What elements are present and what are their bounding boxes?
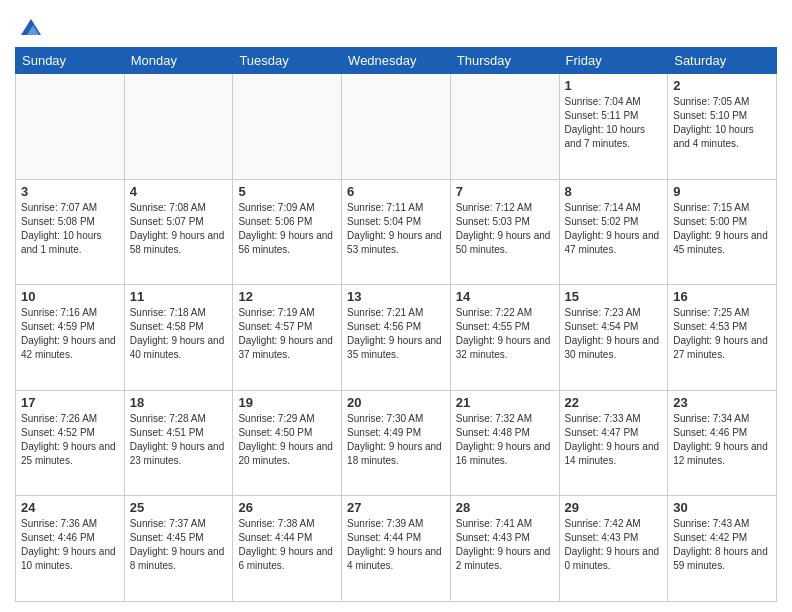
- calendar-cell: 9Sunrise: 7:15 AM Sunset: 5:00 PM Daylig…: [668, 179, 777, 285]
- calendar-cell: [450, 74, 559, 180]
- day-info: Sunrise: 7:09 AM Sunset: 5:06 PM Dayligh…: [238, 201, 336, 257]
- calendar-day-header: Saturday: [668, 48, 777, 74]
- day-number: 7: [456, 184, 554, 199]
- calendar-week-row: 10Sunrise: 7:16 AM Sunset: 4:59 PM Dayli…: [16, 285, 777, 391]
- day-info: Sunrise: 7:21 AM Sunset: 4:56 PM Dayligh…: [347, 306, 445, 362]
- day-info: Sunrise: 7:07 AM Sunset: 5:08 PM Dayligh…: [21, 201, 119, 257]
- calendar-cell: [16, 74, 125, 180]
- day-number: 8: [565, 184, 663, 199]
- calendar-cell: 23Sunrise: 7:34 AM Sunset: 4:46 PM Dayli…: [668, 390, 777, 496]
- page: SundayMondayTuesdayWednesdayThursdayFrid…: [0, 0, 792, 612]
- day-number: 14: [456, 289, 554, 304]
- day-info: Sunrise: 7:42 AM Sunset: 4:43 PM Dayligh…: [565, 517, 663, 573]
- calendar-cell: 11Sunrise: 7:18 AM Sunset: 4:58 PM Dayli…: [124, 285, 233, 391]
- day-number: 3: [21, 184, 119, 199]
- day-info: Sunrise: 7:19 AM Sunset: 4:57 PM Dayligh…: [238, 306, 336, 362]
- day-number: 24: [21, 500, 119, 515]
- day-number: 17: [21, 395, 119, 410]
- calendar-day-header: Thursday: [450, 48, 559, 74]
- calendar-cell: 28Sunrise: 7:41 AM Sunset: 4:43 PM Dayli…: [450, 496, 559, 602]
- calendar-cell: 6Sunrise: 7:11 AM Sunset: 5:04 PM Daylig…: [342, 179, 451, 285]
- day-info: Sunrise: 7:23 AM Sunset: 4:54 PM Dayligh…: [565, 306, 663, 362]
- day-number: 22: [565, 395, 663, 410]
- day-number: 11: [130, 289, 228, 304]
- calendar-cell: 22Sunrise: 7:33 AM Sunset: 4:47 PM Dayli…: [559, 390, 668, 496]
- day-number: 21: [456, 395, 554, 410]
- day-number: 26: [238, 500, 336, 515]
- calendar-day-header: Sunday: [16, 48, 125, 74]
- calendar-cell: 2Sunrise: 7:05 AM Sunset: 5:10 PM Daylig…: [668, 74, 777, 180]
- day-info: Sunrise: 7:12 AM Sunset: 5:03 PM Dayligh…: [456, 201, 554, 257]
- calendar-week-row: 3Sunrise: 7:07 AM Sunset: 5:08 PM Daylig…: [16, 179, 777, 285]
- day-info: Sunrise: 7:26 AM Sunset: 4:52 PM Dayligh…: [21, 412, 119, 468]
- calendar-cell: 3Sunrise: 7:07 AM Sunset: 5:08 PM Daylig…: [16, 179, 125, 285]
- day-number: 13: [347, 289, 445, 304]
- calendar-week-row: 1Sunrise: 7:04 AM Sunset: 5:11 PM Daylig…: [16, 74, 777, 180]
- day-number: 2: [673, 78, 771, 93]
- calendar-cell: 10Sunrise: 7:16 AM Sunset: 4:59 PM Dayli…: [16, 285, 125, 391]
- calendar-cell: [342, 74, 451, 180]
- day-info: Sunrise: 7:25 AM Sunset: 4:53 PM Dayligh…: [673, 306, 771, 362]
- day-number: 23: [673, 395, 771, 410]
- calendar-day-header: Monday: [124, 48, 233, 74]
- calendar-cell: 29Sunrise: 7:42 AM Sunset: 4:43 PM Dayli…: [559, 496, 668, 602]
- day-info: Sunrise: 7:04 AM Sunset: 5:11 PM Dayligh…: [565, 95, 663, 151]
- calendar-cell: 14Sunrise: 7:22 AM Sunset: 4:55 PM Dayli…: [450, 285, 559, 391]
- day-number: 18: [130, 395, 228, 410]
- calendar-cell: [233, 74, 342, 180]
- logo-icon: [19, 15, 43, 39]
- day-info: Sunrise: 7:36 AM Sunset: 4:46 PM Dayligh…: [21, 517, 119, 573]
- calendar-cell: 1Sunrise: 7:04 AM Sunset: 5:11 PM Daylig…: [559, 74, 668, 180]
- calendar-cell: 13Sunrise: 7:21 AM Sunset: 4:56 PM Dayli…: [342, 285, 451, 391]
- calendar-cell: 20Sunrise: 7:30 AM Sunset: 4:49 PM Dayli…: [342, 390, 451, 496]
- day-info: Sunrise: 7:28 AM Sunset: 4:51 PM Dayligh…: [130, 412, 228, 468]
- calendar-day-header: Wednesday: [342, 48, 451, 74]
- day-info: Sunrise: 7:11 AM Sunset: 5:04 PM Dayligh…: [347, 201, 445, 257]
- calendar-cell: 12Sunrise: 7:19 AM Sunset: 4:57 PM Dayli…: [233, 285, 342, 391]
- calendar-cell: 24Sunrise: 7:36 AM Sunset: 4:46 PM Dayli…: [16, 496, 125, 602]
- calendar-cell: 8Sunrise: 7:14 AM Sunset: 5:02 PM Daylig…: [559, 179, 668, 285]
- calendar-cell: [124, 74, 233, 180]
- calendar-cell: 16Sunrise: 7:25 AM Sunset: 4:53 PM Dayli…: [668, 285, 777, 391]
- day-info: Sunrise: 7:18 AM Sunset: 4:58 PM Dayligh…: [130, 306, 228, 362]
- calendar-cell: 25Sunrise: 7:37 AM Sunset: 4:45 PM Dayli…: [124, 496, 233, 602]
- day-number: 30: [673, 500, 771, 515]
- calendar-day-header: Tuesday: [233, 48, 342, 74]
- day-number: 6: [347, 184, 445, 199]
- day-info: Sunrise: 7:33 AM Sunset: 4:47 PM Dayligh…: [565, 412, 663, 468]
- day-number: 4: [130, 184, 228, 199]
- day-number: 19: [238, 395, 336, 410]
- day-info: Sunrise: 7:29 AM Sunset: 4:50 PM Dayligh…: [238, 412, 336, 468]
- calendar-cell: 27Sunrise: 7:39 AM Sunset: 4:44 PM Dayli…: [342, 496, 451, 602]
- day-info: Sunrise: 7:34 AM Sunset: 4:46 PM Dayligh…: [673, 412, 771, 468]
- logo: [15, 15, 43, 39]
- day-number: 12: [238, 289, 336, 304]
- day-number: 20: [347, 395, 445, 410]
- day-number: 27: [347, 500, 445, 515]
- day-info: Sunrise: 7:15 AM Sunset: 5:00 PM Dayligh…: [673, 201, 771, 257]
- day-number: 29: [565, 500, 663, 515]
- day-number: 25: [130, 500, 228, 515]
- calendar-cell: 5Sunrise: 7:09 AM Sunset: 5:06 PM Daylig…: [233, 179, 342, 285]
- day-info: Sunrise: 7:32 AM Sunset: 4:48 PM Dayligh…: [456, 412, 554, 468]
- calendar-cell: 19Sunrise: 7:29 AM Sunset: 4:50 PM Dayli…: [233, 390, 342, 496]
- day-number: 1: [565, 78, 663, 93]
- calendar-cell: 7Sunrise: 7:12 AM Sunset: 5:03 PM Daylig…: [450, 179, 559, 285]
- day-info: Sunrise: 7:22 AM Sunset: 4:55 PM Dayligh…: [456, 306, 554, 362]
- day-info: Sunrise: 7:43 AM Sunset: 4:42 PM Dayligh…: [673, 517, 771, 573]
- day-number: 28: [456, 500, 554, 515]
- calendar-cell: 4Sunrise: 7:08 AM Sunset: 5:07 PM Daylig…: [124, 179, 233, 285]
- calendar-cell: 26Sunrise: 7:38 AM Sunset: 4:44 PM Dayli…: [233, 496, 342, 602]
- day-info: Sunrise: 7:37 AM Sunset: 4:45 PM Dayligh…: [130, 517, 228, 573]
- day-number: 15: [565, 289, 663, 304]
- day-info: Sunrise: 7:08 AM Sunset: 5:07 PM Dayligh…: [130, 201, 228, 257]
- day-number: 16: [673, 289, 771, 304]
- calendar-week-row: 17Sunrise: 7:26 AM Sunset: 4:52 PM Dayli…: [16, 390, 777, 496]
- day-info: Sunrise: 7:39 AM Sunset: 4:44 PM Dayligh…: [347, 517, 445, 573]
- calendar-week-row: 24Sunrise: 7:36 AM Sunset: 4:46 PM Dayli…: [16, 496, 777, 602]
- day-info: Sunrise: 7:38 AM Sunset: 4:44 PM Dayligh…: [238, 517, 336, 573]
- day-number: 5: [238, 184, 336, 199]
- calendar-cell: 17Sunrise: 7:26 AM Sunset: 4:52 PM Dayli…: [16, 390, 125, 496]
- calendar-cell: 30Sunrise: 7:43 AM Sunset: 4:42 PM Dayli…: [668, 496, 777, 602]
- calendar-cell: 21Sunrise: 7:32 AM Sunset: 4:48 PM Dayli…: [450, 390, 559, 496]
